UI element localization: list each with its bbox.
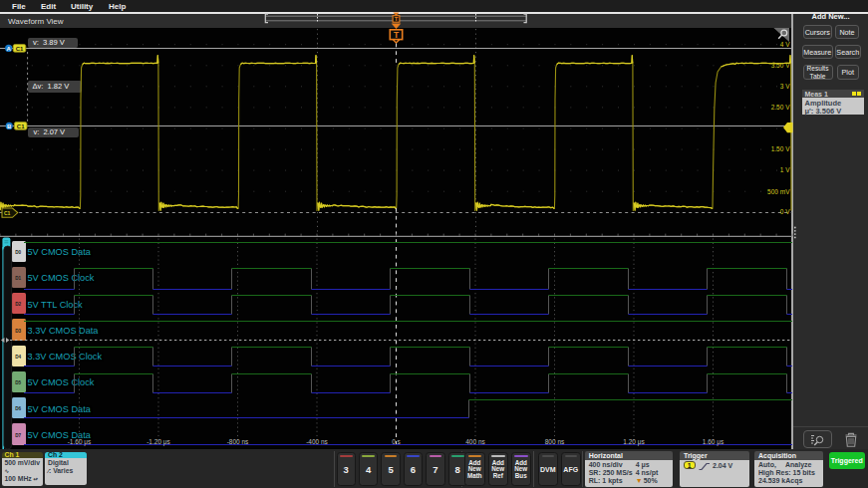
svg-text:C1: C1 [4,210,11,216]
svg-text:D7: D7 [15,433,21,438]
svg-text:D0: D0 [15,250,21,255]
svg-text:C1: C1 [16,46,24,52]
svg-text:1.50 V: 1.50 V [771,145,790,152]
svg-text:500 mV: 500 mV [767,188,790,195]
svg-text:T: T [395,16,399,22]
svg-text:D4: D4 [15,355,21,360]
svg-text:400 ns: 400 ns [465,438,485,445]
svg-text:3 V: 3 V [780,83,790,90]
svg-text:D6: D6 [15,406,21,411]
svg-text:T: T [394,30,400,40]
svg-text:2.50 V: 2.50 V [771,104,790,111]
svg-text:1.20 μs: 1.20 μs [623,438,645,446]
svg-text:1 V: 1 V [780,166,790,173]
svg-text:-800 ns: -800 ns [227,438,249,445]
svg-text:D3: D3 [15,329,21,334]
svg-text:-400 ns: -400 ns [306,438,328,445]
svg-text:A: A [7,46,12,52]
svg-text:B: B [7,123,12,129]
svg-text:C1: C1 [17,123,25,129]
svg-text:800 ns: 800 ns [545,438,565,445]
svg-text:D5: D5 [15,380,21,385]
svg-text:4 V: 4 V [780,41,790,48]
svg-text:0 s: 0 s [392,438,401,445]
svg-text:1.60 μs: 1.60 μs [703,438,724,446]
svg-text:D2: D2 [15,302,21,307]
svg-text:3.50 V: 3.50 V [771,62,790,69]
svg-text:D1: D1 [15,276,21,281]
svg-text:-1.20 μs: -1.20 μs [146,438,170,446]
svg-text:0 V: 0 V [780,208,790,215]
svg-text:-1.60 μs: -1.60 μs [68,438,92,446]
